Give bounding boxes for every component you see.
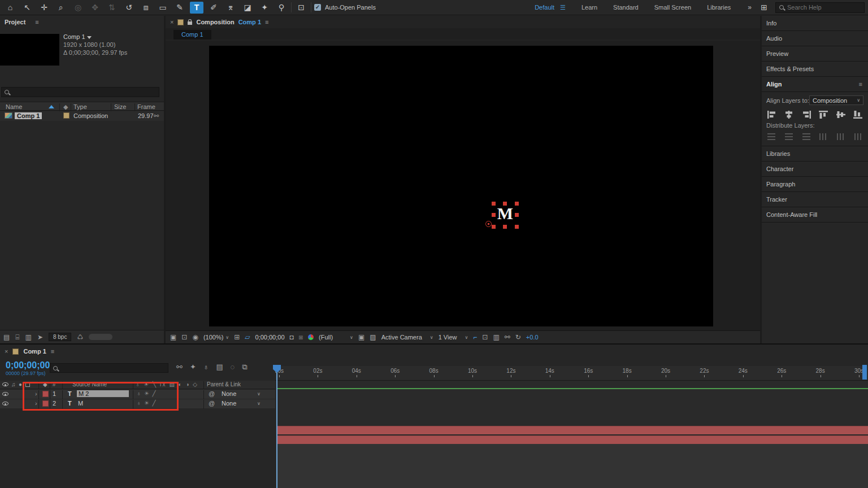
pixel-aspect-icon[interactable]: ⊡ — [482, 333, 488, 341]
new-folder-icon[interactable]: ⌸ — [15, 333, 19, 341]
reset-exposure-icon[interactable]: ↻ — [515, 333, 521, 341]
comp-flowchart-icon[interactable]: ⚯ — [505, 333, 510, 341]
selection-handle[interactable] — [515, 225, 519, 229]
composition-mini-flowchart-icon[interactable]: ⚯ — [176, 363, 183, 372]
fast-previews-icon[interactable]: ▣ — [358, 333, 364, 341]
composition-tab-comp-name[interactable]: Comp 1 — [238, 19, 261, 25]
show-snapshot-icon[interactable]: ◙ — [299, 333, 303, 341]
panel-tab-character[interactable]: Character — [762, 162, 868, 177]
timeline-search-input[interactable] — [58, 364, 154, 372]
exposure-value[interactable]: +0.0 — [526, 334, 539, 341]
workspace-libraries[interactable]: Libraries — [707, 4, 731, 11]
align-vertical-center-icon[interactable] — [836, 111, 845, 119]
project-row-comp1[interactable]: Comp 1 Composition 29.97 ⚯ — [0, 111, 164, 121]
share-view-icon[interactable]: ⌐ — [473, 333, 477, 341]
transparency-grid-icon[interactable]: ▨ — [370, 333, 376, 341]
align-panel-header[interactable]: Align ≡ — [762, 77, 868, 92]
solo-column-icon[interactable]: ● — [19, 381, 22, 387]
show-channel-icon[interactable] — [308, 334, 314, 340]
comp-view-tab[interactable]: Comp 1 — [173, 30, 211, 40]
region-of-interest-icon[interactable]: ▱ — [245, 333, 250, 341]
new-composition-icon[interactable]: ▥ — [25, 333, 32, 341]
timeline-button-icon[interactable]: ▥ — [493, 333, 499, 341]
rotation-tool[interactable]: ↺ — [122, 2, 136, 14]
parent-select[interactable]: None — [222, 400, 236, 407]
panel-tab-libraries[interactable]: Libraries — [762, 146, 868, 162]
zoom-tool[interactable]: ⌕ — [54, 2, 68, 14]
always-preview-icon[interactable]: ▣ — [170, 333, 176, 341]
chevron-down-icon[interactable]: ∨ — [257, 391, 261, 396]
timeline-tab-label[interactable]: Comp 1 — [23, 348, 46, 355]
align-bottom-icon[interactable] — [853, 111, 862, 119]
align-top-icon[interactable] — [819, 111, 828, 119]
panel-tab-content-aware-fill[interactable]: Content-Aware Fill — [762, 207, 868, 223]
pan-behind-tool[interactable]: ⧈ — [139, 2, 153, 14]
close-icon[interactable]: × — [170, 19, 173, 25]
eraser-tool[interactable]: ◪ — [241, 2, 254, 14]
resolution-select[interactable]: (Full)∨ — [319, 334, 353, 341]
bit-depth-button[interactable]: 8 bpc — [49, 333, 71, 341]
column-type[interactable]: Type — [73, 103, 87, 110]
project-panel-header[interactable]: Project ≡ — [0, 16, 164, 28]
panel-menu-icon[interactable]: ≡ — [51, 348, 54, 355]
label-column-icon[interactable]: ◆ — [63, 103, 68, 111]
workspace-settings-icon[interactable]: ⊞ — [757, 2, 771, 14]
sort-ascending-icon[interactable] — [49, 105, 54, 108]
scroll-thumb[interactable] — [89, 334, 112, 340]
align-right-icon[interactable] — [802, 111, 811, 119]
panel-tab-tracker[interactable]: Tracker — [762, 192, 868, 207]
parent-select[interactable]: None — [222, 390, 236, 397]
anchor-point-icon[interactable] — [485, 221, 492, 227]
video-column-icon[interactable] — [2, 382, 8, 386]
roto-brush-tool[interactable]: ✦ — [258, 2, 271, 14]
parent-link-column-label[interactable]: Parent & Link — [207, 381, 241, 387]
type-tool[interactable]: T — [190, 2, 203, 14]
timeline-track-area[interactable] — [275, 381, 868, 488]
project-item-name[interactable]: Comp 1 — [63, 33, 85, 40]
workspace-standard[interactable]: Standard — [613, 4, 639, 11]
help-search-input[interactable] — [787, 4, 849, 11]
workspace-learn[interactable]: Learn — [581, 4, 597, 11]
current-timecode[interactable]: 0;00;00;00 — [6, 360, 50, 371]
rectangle-tool[interactable]: ▭ — [156, 2, 170, 14]
view-layout-select[interactable]: 1 View∨ — [439, 334, 468, 341]
audio-column-icon[interactable]: ♫ — [11, 381, 16, 387]
panel-tab-info[interactable]: Info — [762, 16, 868, 31]
composition-canvas[interactable]: M — [209, 46, 713, 326]
selection-handle[interactable] — [515, 202, 519, 206]
panel-tab-preview[interactable]: Preview — [762, 46, 868, 62]
selection-handle[interactable] — [503, 202, 507, 206]
close-icon[interactable]: × — [5, 348, 8, 355]
grid-guides-icon[interactable]: ⊞ — [234, 333, 240, 341]
layer-duration-bar-2[interactable] — [277, 435, 868, 444]
align-horizontal-center-icon[interactable] — [784, 111, 793, 119]
workspace-overflow-icon[interactable]: » — [748, 3, 752, 11]
text-layer-content[interactable]: M — [494, 204, 516, 228]
panel-menu-icon[interactable]: ≡ — [265, 19, 268, 25]
project-row-name[interactable]: Comp 1 — [15, 112, 42, 119]
camera-select[interactable]: Active Camera∨ — [381, 334, 433, 341]
hide-shy-layers-icon[interactable]: ♁ — [203, 363, 209, 372]
primary-viewer-icon[interactable]: ⊡ — [181, 333, 187, 341]
dolly-camera-tool[interactable]: ⇅ — [105, 2, 119, 14]
draft-3d-icon[interactable]: ✦ — [190, 363, 196, 372]
flowchart-icon[interactable]: ⚯ — [154, 112, 159, 120]
composition-tab-title[interactable]: Composition — [196, 19, 234, 25]
interpret-footage-icon[interactable]: ▤ — [3, 333, 10, 341]
workspace-small-screen[interactable]: Small Screen — [654, 4, 691, 11]
snapshot-icon[interactable]: ◘ — [290, 333, 294, 341]
item-dropdown-icon[interactable] — [87, 36, 92, 39]
brush-tool[interactable]: ✐ — [207, 2, 220, 14]
orbit-camera-tool[interactable]: ◎ — [71, 2, 85, 14]
motion-blur-icon[interactable]: ◌ — [231, 363, 235, 372]
pen-tool[interactable]: ✎ — [173, 2, 186, 14]
align-left-icon[interactable] — [767, 111, 776, 119]
panel-menu-icon[interactable]: ≡ — [859, 81, 862, 88]
align-target-select[interactable]: Composition∨ — [809, 95, 863, 105]
playhead-line[interactable] — [276, 365, 277, 488]
project-settings-icon[interactable]: ➤ — [37, 333, 43, 341]
workspace-default[interactable]: Default — [535, 4, 554, 11]
selection-handle[interactable] — [503, 225, 507, 229]
work-area-end-marker[interactable] — [862, 365, 867, 380]
puppet-pin-tool[interactable]: ⚲ — [275, 2, 288, 14]
